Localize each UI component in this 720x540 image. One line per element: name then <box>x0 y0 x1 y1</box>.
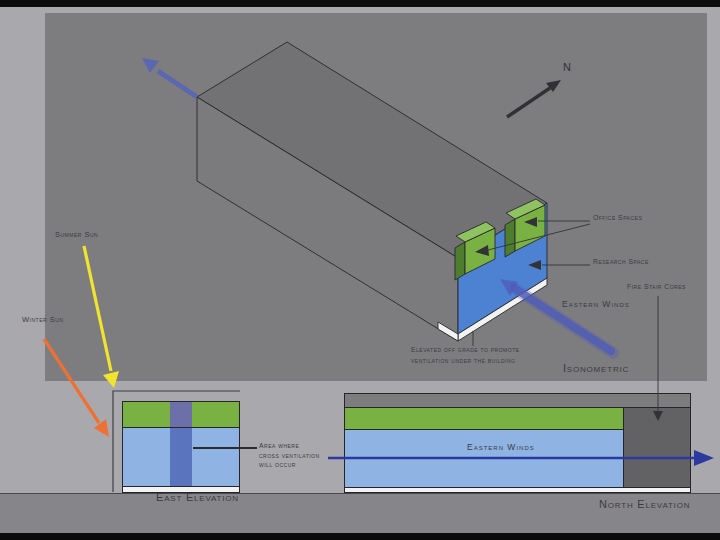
eastern-winds-iso-label: Eastern Winds <box>562 300 630 310</box>
fire-stair-cores-label: Fire Stair Cores <box>627 283 686 291</box>
research-space-label: Research Space <box>593 258 649 266</box>
north-parapet-gray <box>345 394 690 408</box>
north-elevation-caption: North Elevation <box>599 498 690 511</box>
compass-north-label: N <box>563 61 571 74</box>
north-body-blue <box>345 430 624 487</box>
elevated-note: Elevated off grade to promote ventilatio… <box>411 344 520 366</box>
east-vent-band-upper <box>170 402 192 427</box>
summer-sun-label: Summer Sun <box>55 231 98 240</box>
bottom-black-bar <box>0 533 720 540</box>
eastern-winds-north-label: Eastern Winds <box>467 443 535 453</box>
winter-sun-label: Winter Sun <box>22 316 63 325</box>
cross-ventilation-note-line1: Area where <box>259 441 320 451</box>
cross-ventilation-note: Area where cross ventilation will occur <box>259 441 320 470</box>
elevated-note-line2: ventilation under the building <box>411 355 520 366</box>
east-elevation-caption: East Elevation <box>156 491 239 504</box>
isometric-panel <box>45 13 707 381</box>
cross-ventilation-note-line3: will occur <box>259 460 320 470</box>
architecture-concept-slide: Summer Sun Winter Sun N Office Spaces Re… <box>0 0 720 540</box>
fire-stair-core-box <box>624 408 690 487</box>
elevated-note-line1: Elevated off grade to promote <box>411 344 520 355</box>
top-black-bar <box>0 0 720 7</box>
east-elevation-drawing <box>122 401 240 493</box>
cross-ventilation-note-line2: cross ventilation <box>259 451 320 461</box>
north-elevated-strip <box>345 487 690 492</box>
office-spaces-label: Office Spaces <box>593 214 642 222</box>
north-roof-green <box>345 408 624 430</box>
isometric-caption: Isonometric <box>563 362 629 375</box>
east-cross-ventilation-band <box>170 428 192 486</box>
